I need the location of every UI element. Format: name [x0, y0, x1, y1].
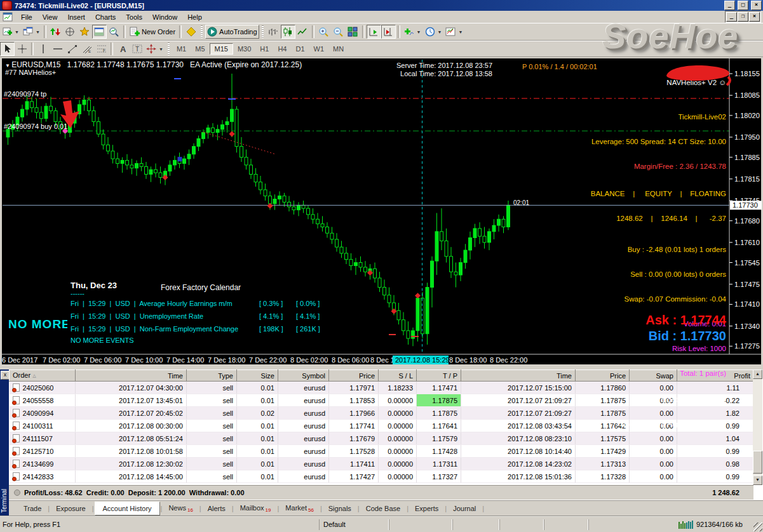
timeframe-m1[interactable]: M1: [172, 44, 191, 54]
auto-scroll-button[interactable]: [367, 25, 381, 39]
tab-experts[interactable]: Experts: [409, 503, 444, 514]
terminal-side-strip: x Terminal: [0, 369, 9, 515]
tab-trade[interactable]: Trade: [18, 503, 47, 514]
new-chart-button[interactable]: ▼: [0, 25, 21, 39]
chart-shift-button[interactable]: [381, 25, 396, 39]
tab-account-history[interactable]: Account History: [95, 502, 160, 515]
history-table-row[interactable]: 241257102017.12.08 10:01:58sell0.01eurus…: [10, 445, 754, 458]
chart-window[interactable]: 1.181551.180851.180201.179501.178851.178…: [0, 57, 763, 369]
terminal-close-icon[interactable]: x: [1, 371, 10, 380]
cell-open-price: 1.17853: [329, 394, 379, 407]
cell-tp: 1.17641: [417, 420, 461, 432]
timeframe-d1[interactable]: D1: [291, 44, 309, 54]
column-header-size[interactable]: Size: [237, 370, 278, 382]
metaeditor-button[interactable]: [184, 25, 198, 39]
menu-help[interactable]: Help: [182, 12, 207, 22]
tab-market[interactable]: Market56: [280, 502, 320, 515]
timeframe-m30[interactable]: M30: [233, 44, 255, 54]
menu-charts[interactable]: Charts: [90, 12, 121, 22]
scrollbar-thumb[interactable]: [753, 451, 762, 474]
history-table-row[interactable]: 241346992017.12.08 12:30:02sell0.01eurus…: [10, 458, 754, 470]
arrows-button[interactable]: ▼: [144, 42, 165, 56]
column-header-symbol[interactable]: Symbol: [278, 370, 329, 382]
menu-window[interactable]: Window: [147, 12, 182, 22]
tab-signals[interactable]: Signals: [323, 503, 357, 514]
history-table-row[interactable]: 241428332017.12.08 14:45:00sell0.01eurus…: [10, 470, 754, 483]
column-header-tp[interactable]: T / P: [417, 370, 461, 382]
maximize-button[interactable]: □: [738, 1, 748, 10]
chart-window-icon[interactable]: [3, 12, 13, 22]
crosshair-button[interactable]: [15, 42, 29, 56]
toolbar-grip[interactable]: [262, 25, 264, 38]
indicators-button[interactable]: ▼: [402, 25, 423, 39]
navigator-button[interactable]: [78, 25, 92, 39]
timeframe-m5[interactable]: M5: [191, 44, 209, 54]
candlestick: [44, 103, 48, 121]
timeframe-w1[interactable]: W1: [309, 44, 329, 54]
child-close-button[interactable]: ×: [749, 12, 760, 22]
column-header-sl[interactable]: S / L: [379, 370, 417, 382]
zoom-out-button[interactable]: [331, 25, 346, 39]
ea-info-panel: NAVHelios+ V2 ☺ Tickmill-Live02 Leverage…: [591, 62, 726, 445]
tab-journal[interactable]: Journal: [447, 503, 482, 514]
tab-news[interactable]: News16: [163, 502, 198, 515]
timeframe-mn[interactable]: MN: [328, 44, 348, 54]
table-scrollbar[interactable]: ▲ ▼: [753, 369, 762, 485]
terminal-button[interactable]: [92, 25, 107, 39]
cursor-button[interactable]: [0, 42, 15, 56]
symbol-dropdown-icon[interactable]: ▼: [5, 63, 11, 69]
scroll-down-icon[interactable]: ▼: [753, 475, 762, 485]
resize-grip[interactable]: [753, 522, 762, 531]
profiles-button[interactable]: ▼: [21, 25, 42, 39]
column-header-order[interactable]: Order ▵: [10, 370, 76, 382]
tab-alerts[interactable]: Alerts: [202, 503, 231, 514]
tab-exposure[interactable]: Exposure: [50, 503, 91, 514]
cell-size: 0.01: [237, 432, 278, 445]
timeframe-h1[interactable]: H1: [255, 44, 273, 54]
calendar-event-text: Fri | 15:29 | USD | Non-Farm Employment …: [71, 325, 238, 333]
toolbar-grip[interactable]: [168, 43, 170, 55]
menu-insert[interactable]: Insert: [62, 12, 90, 22]
menu-file[interactable]: File: [16, 12, 37, 22]
menu-view[interactable]: View: [37, 12, 63, 22]
scroll-up-icon[interactable]: ▲: [753, 369, 762, 379]
candle-chart-button[interactable]: [281, 25, 295, 39]
calendar-event-forecast: [ 4.1% ]: [259, 312, 283, 320]
fibonacci-button[interactable]: F: [94, 42, 109, 56]
tab-mailbox[interactable]: Mailbox19: [234, 502, 277, 515]
strategy-tester-button[interactable]: [107, 25, 121, 39]
tile-windows-button[interactable]: [346, 25, 360, 39]
status-template[interactable]: Default: [319, 519, 389, 530]
child-restore-button[interactable]: ❐: [738, 12, 748, 22]
close-button[interactable]: ×: [751, 1, 762, 10]
minimize-button[interactable]: _: [724, 1, 735, 10]
bar-chart-button[interactable]: [266, 25, 281, 39]
line-chart-button[interactable]: [295, 25, 310, 39]
text-button[interactable]: A: [115, 42, 130, 56]
timeframe-m15[interactable]: M15: [210, 43, 233, 55]
calendar-event-forecast: [ 198K ]: [259, 325, 283, 333]
cell-symbol: eurusd: [278, 445, 329, 458]
data-window-button[interactable]: [63, 25, 78, 39]
column-header-time[interactable]: Time: [461, 370, 576, 382]
zoom-in-button[interactable]: [316, 25, 331, 39]
trendline-button[interactable]: [65, 42, 79, 56]
horizontal-line-button[interactable]: [50, 42, 65, 56]
text-label-button[interactable]: T: [130, 42, 144, 56]
templates-button[interactable]: ▼: [443, 25, 464, 39]
market-watch-button[interactable]: [48, 25, 63, 39]
calendar-event-forecast: [ 0.3% ]: [259, 300, 283, 307]
column-header-price[interactable]: Price: [329, 370, 379, 382]
column-header-time[interactable]: Time: [76, 370, 187, 382]
periods-button[interactable]: ▼: [423, 25, 444, 39]
tab-code-base[interactable]: Code Base: [360, 503, 406, 514]
timeframe-h4[interactable]: H4: [273, 44, 291, 54]
channel-button[interactable]: E: [79, 42, 94, 56]
toolbar-grip[interactable]: [201, 25, 203, 38]
zoom-out-icon: [333, 27, 343, 37]
column-header-type[interactable]: Type: [187, 370, 237, 382]
autotrading-button[interactable]: AutoTrading: [205, 25, 259, 39]
menu-tools[interactable]: Tools: [121, 12, 147, 22]
new-order-button[interactable]: New Order: [128, 25, 177, 39]
vertical-line-button[interactable]: [36, 42, 50, 56]
